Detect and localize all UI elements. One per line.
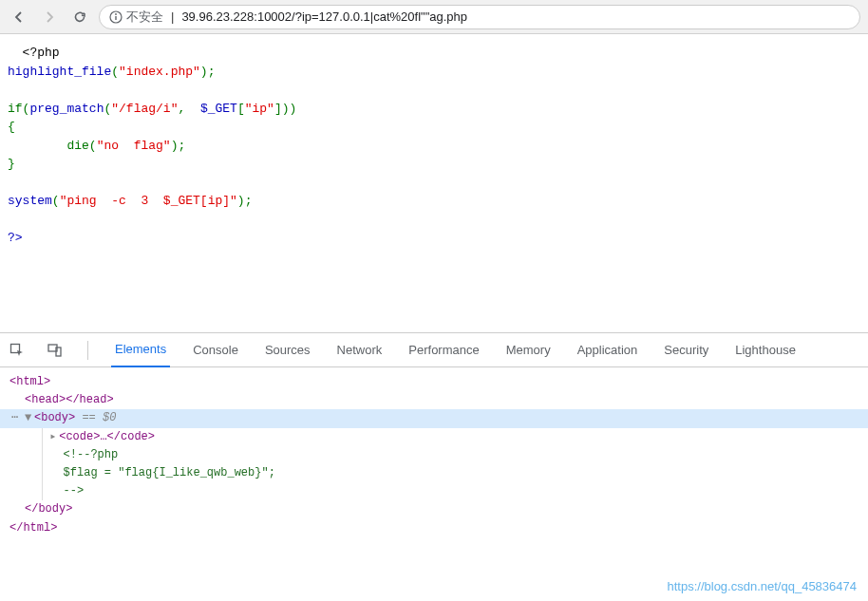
tab-network[interactable]: Network (333, 333, 387, 367)
page-content: <?php highlight_file("index.php"); if(pr… (0, 34, 868, 332)
divider (87, 341, 88, 360)
devtools-panel: Elements Console Sources Network Perform… (0, 332, 868, 601)
element-head[interactable]: <head></head> (9, 391, 859, 409)
reload-button[interactable] (68, 6, 91, 28)
tab-console[interactable]: Console (189, 333, 242, 367)
element-body-open[interactable]: ⋯▼<body> == $0 (0, 409, 868, 427)
php-source: <?php highlight_file("index.php"); if(pr… (8, 44, 860, 248)
element-html-open[interactable]: <html> (9, 373, 859, 391)
back-button[interactable] (8, 6, 30, 28)
element-flag-line[interactable]: $flag = "flag{I_like_qwb_web}"; (43, 464, 859, 482)
element-html-close[interactable]: </html> (9, 519, 859, 537)
tab-memory[interactable]: Memory (502, 333, 555, 367)
watermark: https://blog.csdn.net/qq_45836474 (668, 579, 858, 593)
forward-button[interactable] (38, 6, 61, 28)
element-code[interactable]: ▸<code>…</code> (43, 428, 859, 446)
device-toggle-icon[interactable] (46, 341, 65, 360)
element-comment-open[interactable]: <!--?php (43, 446, 859, 464)
collapse-arrow-icon[interactable]: ▸ (49, 428, 59, 446)
tab-sources[interactable]: Sources (261, 333, 314, 367)
more-actions-icon[interactable]: ⋯ (11, 409, 18, 427)
tab-elements[interactable]: Elements (111, 333, 170, 367)
url-bar[interactable]: 不安全 | 39.96.23.228:10002/?ip=127.0.0.1|c… (99, 5, 860, 29)
devtools-tabbar: Elements Console Sources Network Perform… (0, 333, 868, 367)
element-body-close[interactable]: </body> (9, 500, 859, 518)
inspect-icon[interactable] (8, 341, 27, 360)
svg-rect-1 (115, 16, 116, 20)
tab-performance[interactable]: Performance (405, 333, 482, 367)
url-text: 39.96.23.228:10002/?ip=127.0.0.1|cat%20f… (181, 9, 467, 24)
element-comment-close[interactable]: --> (43, 482, 859, 500)
tab-lighthouse[interactable]: Lighthouse (731, 333, 800, 367)
url-separator: | (171, 9, 174, 24)
elements-tree[interactable]: <html> <head></head> ⋯▼<body> == $0 ▸<co… (0, 367, 868, 543)
svg-point-2 (115, 13, 117, 15)
expand-arrow-icon[interactable]: ▼ (25, 409, 34, 427)
tab-security[interactable]: Security (660, 333, 712, 367)
security-info-icon[interactable]: 不安全 (109, 9, 163, 26)
tab-application[interactable]: Application (574, 333, 642, 367)
browser-toolbar: 不安全 | 39.96.23.228:10002/?ip=127.0.0.1|c… (0, 0, 868, 34)
security-label: 不安全 (126, 9, 163, 26)
